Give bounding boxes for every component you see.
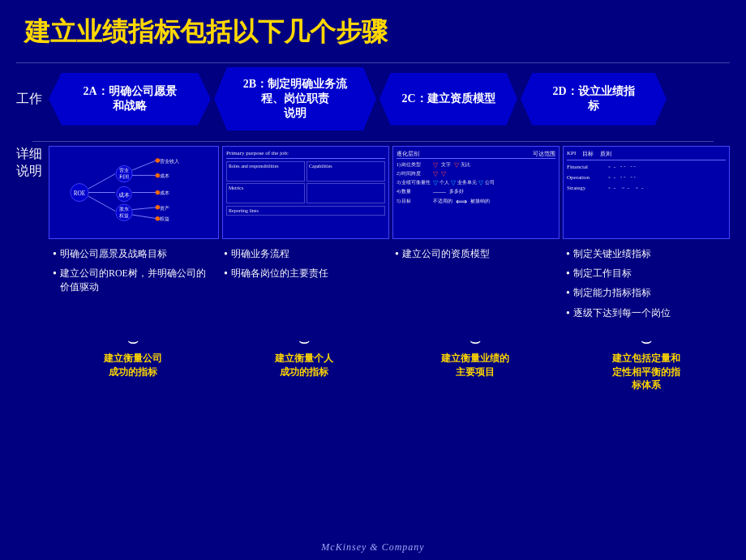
svg-point-18	[156, 173, 161, 178]
arrow6: ▽	[451, 179, 456, 186]
arrow5: ▽	[433, 179, 438, 186]
bullet-3-1: • 建立公司的资质模型	[395, 247, 555, 262]
svg-text:利润: 利润	[119, 173, 129, 179]
svg-line-4	[88, 196, 115, 211]
step-2d: 2D：设立业绩指标	[521, 73, 667, 126]
arrow4: ▽	[441, 170, 446, 177]
bullet-dot: •	[53, 247, 57, 262]
bullet-4-3: • 制定能力指标指标	[566, 286, 726, 301]
svg-text:股东: 股东	[119, 206, 129, 212]
kpi-cat-strategy: Strategy	[567, 185, 603, 191]
bullet-4-1: • 制定关键业绩指标	[566, 247, 726, 262]
d2-cell1: Roles and responsibilities	[226, 161, 305, 182]
d2-footer: Reporting lines	[226, 206, 385, 216]
svg-text:营业: 营业	[119, 167, 129, 173]
svg-point-17	[156, 158, 161, 163]
arrow2: ▽	[454, 161, 459, 169]
svg-text:成本: 成本	[118, 191, 130, 199]
diagram2-grid: Roles and responsibilities Capabilities …	[226, 161, 385, 203]
comp-row-1: 1) 岗位类型 ▽ 文字 ▽ 无比	[397, 161, 555, 169]
svg-text:权益: 权益	[118, 212, 129, 218]
brace-sym-3: ⌣	[469, 332, 481, 350]
work-label: 工作	[16, 91, 49, 108]
comp-header: 逐化层别 可达范围	[397, 150, 555, 159]
diagram-comp: 逐化层别 可达范围 1) 岗位类型 ▽ 文字 ▽ 无比 2) 时间跨度 ▽ ▽ …	[392, 146, 560, 239]
bullet-dot: •	[566, 306, 570, 321]
svg-line-13	[132, 160, 156, 170]
comp-row-4: 4) 数量 —— 多多好	[397, 188, 555, 195]
kpi-row-operation: Operation － -- -- -	[567, 173, 726, 182]
step-2a-label: 2A：明确公司愿景和战略	[83, 84, 176, 113]
roe-svg: ROE 营业 利润 成本 股东 权益	[54, 152, 213, 233]
bullet-text-4-4: 逐级下达到每一个岗位	[573, 306, 671, 320]
arrow3: ▽	[433, 170, 438, 177]
bullet-1-1: • 明确公司愿景及战略目标	[53, 247, 212, 262]
steps-row: 2A：明确公司愿景和战略 2B：制定明确业务流程、岗位职责说明 2C：建立资质模…	[49, 67, 730, 130]
kpi-cat-financial: Financial	[567, 164, 603, 170]
comp-row-3: 3) 业绩可衡量性 ▽ 个人 ▽ 业务单元 ▽ 公司	[397, 179, 555, 186]
svg-text:成本: 成本	[160, 173, 169, 178]
kpi-header: KPI 目标 质则	[567, 150, 726, 160]
bullet-text-1-1: 明确公司愿景及战略目标	[60, 247, 167, 261]
d2-cell4	[307, 183, 385, 203]
detail-diagrams: ROE 营业 利润 成本 股东 权益	[49, 146, 730, 239]
brace-text-2: 建立衡量个人成功的指标	[275, 352, 333, 379]
comp-row-5: 5) 目标 不适用的 ⟺ 被接纳的	[397, 197, 555, 206]
detail-row: 详细说明 ROE 营业 利润 成本	[16, 146, 730, 239]
diagram-roe: ROE 营业 利润 成本 股东 权益	[49, 146, 219, 239]
bullet-text-4-2: 制定工作目标	[573, 267, 632, 280]
step-2c-label: 2C：建立资质模型	[401, 92, 495, 106]
bullet-col-4: • 制定关键业绩指标 • 制定工作目标 • 制定能力指标指标 • 逐级下达到每一…	[562, 247, 730, 326]
d2-cell3: Metrics	[226, 183, 305, 203]
step-2b: 2B：制定明确业务流程、岗位职责说明	[214, 67, 376, 130]
svg-text:资产: 资产	[160, 205, 169, 211]
kpi-row-financial: Financial － -- -- -	[567, 163, 726, 171]
svg-text:成本: 成本	[160, 190, 169, 195]
comp-label-4: 4) 数量	[397, 188, 433, 195]
diagram-job: Primary purpose of the job: Roles and re…	[222, 146, 389, 239]
svg-line-24	[132, 207, 156, 210]
brace-col-4: ⌣ 建立包括定量和定性相平衡的指标体系	[562, 332, 730, 392]
bullet-1-2: • 建立公司的ROE树，并明确公司的价值驱动	[53, 267, 212, 294]
main-layout: 工作 2A：明确公司愿景和战略 2B：制定明确业务流程、岗位职责说明 2C：建立…	[0, 67, 746, 392]
brace-sym-1: ⌣	[127, 332, 139, 350]
bullet-dot: •	[224, 247, 228, 262]
bullet-dot: •	[395, 247, 399, 262]
bullet-col-1: • 明确公司愿景及战略目标 • 建立公司的ROE树，并明确公司的价值驱动	[49, 247, 217, 326]
footer-text: McKinsey & Company	[321, 541, 424, 554]
step-2c: 2C：建立资质模型	[379, 73, 517, 126]
brace-col-3: ⌣ 建立衡量业绩的主要项目	[391, 332, 559, 392]
comp-label-1: 1) 岗位类型	[397, 161, 433, 169]
bullet-dot: •	[224, 267, 228, 281]
svg-text:ROE: ROE	[74, 190, 86, 197]
bullet-dot: •	[566, 247, 570, 262]
diagram-kpi: KPI 目标 质则 Financial － -- -- - Operation …	[563, 146, 730, 239]
comp-row-2: 2) 时间跨度 ▽ ▽	[397, 170, 555, 177]
comp-label-3: 3) 业绩可衡量性	[397, 179, 433, 186]
brace-text-4: 建立包括定量和定性相平衡的指标体系	[612, 352, 680, 392]
divider2	[32, 141, 714, 142]
brace-text-1: 建立衡量公司成功的指标	[104, 352, 162, 379]
diagram2-title: Primary purpose of the job:	[226, 150, 385, 159]
svg-text:营业收入: 营业收入	[160, 158, 179, 164]
brace-col-2: ⌣ 建立衡量个人成功的指标	[220, 332, 388, 392]
brace-text-3: 建立衡量业绩的主要项目	[441, 352, 509, 379]
kpi-dashes-strategy: － -－ -－ -	[607, 184, 726, 192]
kpi-h2: 目标	[582, 150, 594, 158]
work-row: 工作 2A：明确公司愿景和战略 2B：制定明确业务流程、岗位职责说明 2C：建立…	[16, 67, 730, 130]
bullet-text-1-2: 建立公司的ROE树，并明确公司的价值驱动	[60, 267, 212, 294]
bullet-dot: •	[566, 286, 570, 301]
bullet-col-2: • 明确业务流程 • 明确各岗位的主要责任	[220, 247, 388, 326]
bullet-text-2-1: 明确业务流程	[231, 247, 289, 261]
bullet-4-4: • 逐级下达到每一个岗位	[566, 306, 726, 321]
detail-label: 详细说明	[16, 146, 49, 180]
brace-sym-2: ⌣	[298, 332, 310, 350]
kpi-h3: 质则	[600, 150, 611, 158]
page-title: 建立业绩指标包括以下几个步骤	[0, 0, 746, 58]
bullet-col-3: • 建立公司的资质模型	[391, 247, 559, 326]
step-2b-label: 2B：制定明确业务流程、岗位职责说明	[243, 77, 347, 121]
comp-col2: 可达范围	[533, 150, 555, 158]
bullet-2-1: • 明确业务流程	[224, 247, 384, 262]
kpi-h1: KPI	[567, 150, 576, 158]
bullet-4-2: • 制定工作目标	[566, 267, 726, 281]
